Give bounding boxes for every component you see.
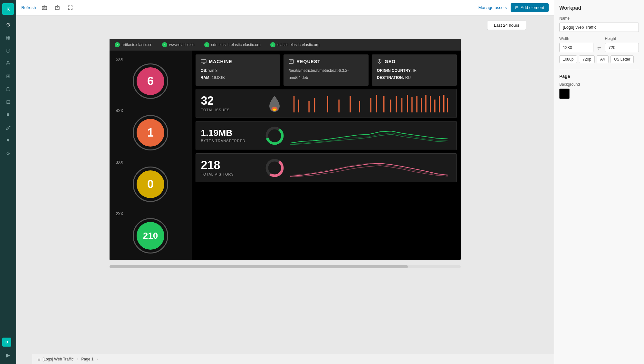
request-card-title: REQUEST xyxy=(289,59,363,64)
main-area: Refresh Manage assets ⊞ Add element Last… xyxy=(16,0,554,364)
svg-point-2 xyxy=(43,7,45,9)
name-label: Name xyxy=(559,16,639,21)
width-col: Width xyxy=(559,36,593,52)
preset-720p[interactable]: 720p xyxy=(579,55,595,63)
svg-point-0 xyxy=(7,61,9,63)
status-item-2: ✓ www.elastic.co xyxy=(162,42,195,47)
bytes-value-section: 1.19MB BYTES TRANSFERRED xyxy=(201,129,259,143)
visitors-value-section: 218 TOTAL VISITORS xyxy=(201,159,259,176)
machine-card-content: OS: win 8 RAM: 19.0GB xyxy=(201,67,275,81)
metric-row-visitors: 218 TOTAL VISITORS xyxy=(196,153,457,182)
preset-1080p[interactable]: 1080p xyxy=(559,55,577,63)
issues-label: TOTAL ISSUES xyxy=(201,108,259,112)
request-card-content: /beats/metricbeat/metricbeat-6.3.2-amd64… xyxy=(289,67,363,81)
bytes-label: BYTES TRANSFERRED xyxy=(201,139,259,143)
sidebar-item-wrench[interactable] xyxy=(2,122,14,133)
issues-icon xyxy=(264,93,285,114)
page-section-title: Page xyxy=(559,74,639,79)
status-item-3: ✓ cdn.elastic-elastic-elastic.org xyxy=(204,42,261,47)
status-dot-3: ✓ xyxy=(204,42,209,47)
geo-card-content: ORIGIN COUNTRY: IR DESTINATION: RU xyxy=(377,67,452,81)
status-bar: ✓ artifacts.elastic.co ✓ www.elastic.co … xyxy=(110,39,461,51)
issues-chart xyxy=(290,93,451,114)
bg-color-swatch[interactable] xyxy=(559,89,570,99)
workpad-tab-name: [Logs] Web Traffic xyxy=(43,357,73,361)
link-dimensions-icon[interactable]: ⇄ xyxy=(597,36,601,52)
bytes-value: 1.19MB xyxy=(201,129,259,138)
circle-value-4xx: 1 xyxy=(137,119,164,147)
geo-card-title: GEO xyxy=(377,59,452,64)
visitors-value: 218 xyxy=(201,159,259,171)
height-col: Height xyxy=(605,36,639,52)
logo[interactable]: K xyxy=(2,3,14,15)
height-label: Height xyxy=(605,36,639,41)
circle-ring-3xx: 0 xyxy=(133,167,168,202)
circle-ring-4xx: 1 xyxy=(133,115,168,150)
sidebar-item-home[interactable]: ⊙ xyxy=(2,19,14,30)
sidebar-play-icon[interactable]: ▶ xyxy=(2,349,14,361)
sidebar-item-dashboard[interactable]: ⊞ xyxy=(2,70,14,82)
visitors-label: TOTAL VISITORS xyxy=(201,172,259,176)
time-selector[interactable]: Last 24 hours xyxy=(487,21,526,30)
info-card-machine: MACHINE OS: win 8 RAM: 19.0GB xyxy=(196,54,281,86)
page-tabs: ⊞ [Logs] Web Traffic ‹ Page 1 › xyxy=(37,357,98,361)
bytes-donut xyxy=(264,125,285,146)
status-dot-2: ✓ xyxy=(162,42,167,47)
horizontal-scrollbar[interactable] xyxy=(110,265,461,268)
status-url-3: cdn.elastic-elastic-elastic.org xyxy=(211,43,261,47)
width-input[interactable] xyxy=(559,43,593,52)
machine-card-title: MACHINE xyxy=(201,59,275,64)
preset-a4[interactable]: A4 xyxy=(597,55,609,63)
svg-rect-4 xyxy=(289,60,293,63)
properties-panel: Workpad Name Width ⇄ Height 1080p 720p A… xyxy=(554,0,644,364)
sidebar-item-server[interactable]: ⊟ xyxy=(2,96,14,108)
topbar: Refresh Manage assets ⊞ Add element xyxy=(16,0,554,15)
sidebar-item-barchart[interactable]: ▦ xyxy=(2,32,14,43)
sidebar-item-list[interactable]: ≡ xyxy=(2,109,14,120)
circle-label-5xx: 5XX xyxy=(116,57,123,62)
sidebar-badge[interactable]: D xyxy=(2,338,11,347)
machine-icon xyxy=(201,59,207,64)
circle-item-3xx: 3XX 0 xyxy=(116,160,185,202)
status-url-1: artifacts.elastic.co xyxy=(122,43,152,47)
page-number: Page 1 xyxy=(81,357,93,361)
right-panel: MACHINE OS: win 8 RAM: 19.0GB REQUES xyxy=(192,51,461,260)
preset-us-letter[interactable]: US Letter xyxy=(610,55,634,63)
dimension-row: Width ⇄ Height xyxy=(559,36,639,52)
geo-icon xyxy=(377,59,382,64)
sidebar-item-clock[interactable]: ◷ xyxy=(2,44,14,56)
info-cards: MACHINE OS: win 8 RAM: 19.0GB REQUES xyxy=(196,54,457,86)
visitors-chart xyxy=(290,158,451,178)
visitors-donut xyxy=(264,158,285,178)
circle-label-4xx: 4XX xyxy=(116,109,123,113)
circle-value-2xx: 210 xyxy=(137,222,164,250)
share-icon[interactable] xyxy=(53,3,62,12)
circle-ring-2xx: 210 xyxy=(133,218,168,254)
metric-row-issues: 32 TOTAL ISSUES xyxy=(196,89,457,118)
status-dot-1: ✓ xyxy=(115,42,120,47)
metric-row-bytes: 1.19MB BYTES TRANSFERRED xyxy=(196,121,457,150)
add-element-button[interactable]: ⊞ Add element xyxy=(511,3,549,12)
circle-ring-5xx: 6 xyxy=(133,63,168,99)
sidebar-item-settings[interactable]: ⚙ xyxy=(2,148,14,159)
manage-assets-button[interactable]: Manage assets xyxy=(478,5,507,10)
circle-item-4xx: 4XX 1 xyxy=(116,109,185,150)
name-input[interactable] xyxy=(559,23,639,32)
status-dot-4: ✓ xyxy=(270,42,275,47)
bg-label: Background xyxy=(559,82,639,87)
svg-rect-3 xyxy=(201,60,206,63)
svg-rect-1 xyxy=(42,6,47,10)
info-card-geo: GEO ORIGIN COUNTRY: IR DESTINATION: RU xyxy=(372,54,457,86)
fullscreen-icon[interactable] xyxy=(66,3,75,12)
height-input[interactable] xyxy=(605,43,639,52)
circle-label-3xx: 3XX xyxy=(116,160,123,165)
refresh-button[interactable]: Refresh xyxy=(21,5,36,10)
workpad-content: 5XX 6 4XX 1 3XX xyxy=(110,51,461,260)
screenshot-icon[interactable] xyxy=(40,3,49,12)
sidebar-item-heart[interactable]: ♥ xyxy=(2,135,14,146)
circle-item-2xx: 2XX 210 xyxy=(116,212,185,254)
sidebar-item-puzzle[interactable]: ⬡ xyxy=(2,83,14,95)
svg-point-5 xyxy=(379,61,380,62)
issues-value: 32 xyxy=(201,95,259,107)
sidebar-item-user[interactable] xyxy=(2,57,14,69)
